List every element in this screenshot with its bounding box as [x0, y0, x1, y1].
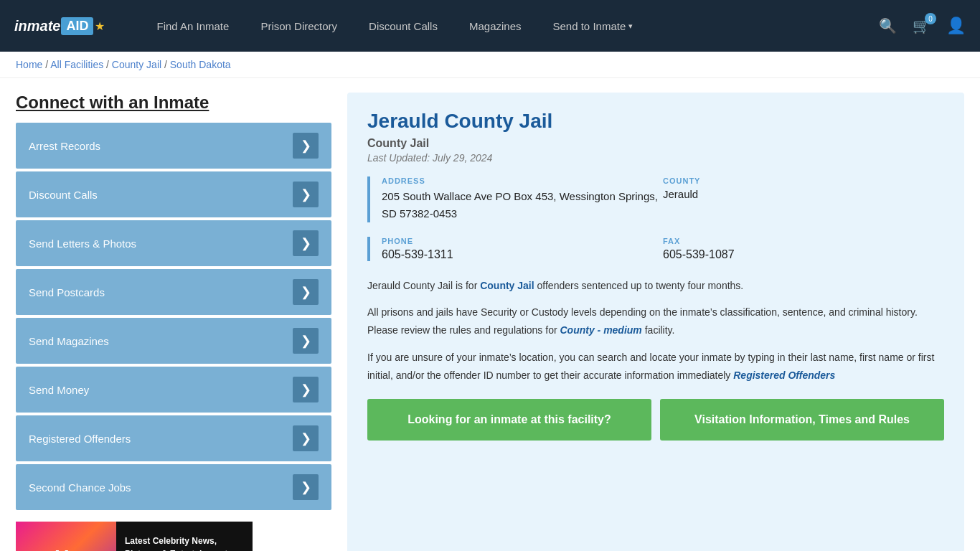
fax-label: FAX	[663, 237, 944, 245]
address-block: ADDRESS 205 South Wallace Ave PO Box 453…	[382, 176, 663, 222]
logo[interactable]: inmate AID ★	[14, 17, 105, 35]
sidebar: Connect with an Inmate Arrest Records ❯ …	[16, 93, 331, 551]
breadcrumb: Home / All Facilities / County Jail / So…	[0, 52, 980, 78]
sidebar-item-discount-calls[interactable]: Discount Calls ❯	[16, 171, 331, 217]
sidebar-label-send-magazines: Send Magazines	[29, 335, 109, 347]
registered-offenders-link[interactable]: Registered Offenders	[733, 369, 835, 381]
county-label: COUNTY	[663, 176, 944, 185]
arrow-icon-arrest: ❯	[293, 133, 319, 159]
nav-links: Find An Inmate Prison Directory Discount…	[141, 0, 879, 52]
description-block: Jerauld County Jail is for County Jail o…	[367, 277, 944, 385]
sidebar-item-send-magazines[interactable]: Send Magazines ❯	[16, 318, 331, 364]
connect-title: Connect with an Inmate	[16, 93, 331, 113]
facility-updated: Last Updated: July 29, 2024	[367, 152, 944, 164]
desc1-prefix: Jerauld County Jail is for	[367, 280, 480, 291]
arrow-icon-discount: ❯	[293, 182, 319, 207]
address-label: ADDRESS	[382, 176, 663, 185]
phone-block: PHONE 605-539-1311	[382, 237, 663, 261]
desc-paragraph-1: Jerauld County Jail is for County Jail o…	[367, 277, 944, 295]
navbar: inmate AID ★ Find An Inmate Prison Direc…	[0, 0, 980, 52]
visitation-info-btn[interactable]: Visitation Information, Times and Rules	[660, 399, 944, 441]
facility-type: County Jail	[367, 137, 944, 150]
find-inmate-btn[interactable]: Looking for an inmate at this facility?	[367, 399, 651, 441]
desc2-suffix: facility.	[642, 324, 675, 336]
logo-star: ★	[95, 19, 105, 33]
sidebar-item-send-money[interactable]: Send Money ❯	[16, 367, 331, 413]
sidebar-label-arrest-records: Arrest Records	[29, 140, 100, 152]
address-value: 205 South Wallace Ave PO Box 453, Wessin…	[382, 188, 663, 222]
content-area: Jerauld County Jail County Jail Last Upd…	[347, 93, 964, 551]
sidebar-label-send-money: Send Money	[29, 384, 89, 396]
sidebar-label-send-letters: Send Letters & Photos	[29, 237, 136, 250]
search-icon[interactable]: 🔍	[879, 17, 897, 34]
arrow-icon-jobs: ❯	[293, 474, 319, 500]
county-medium-link[interactable]: County - medium	[560, 324, 641, 336]
nav-discount-calls[interactable]: Discount Calls	[353, 0, 453, 52]
bottom-buttons: Looking for an inmate at this facility? …	[367, 399, 944, 441]
breadcrumb-county-jail[interactable]: County Jail	[112, 59, 161, 70]
nav-prison-directory[interactable]: Prison Directory	[245, 0, 353, 52]
breadcrumb-sep3: /	[164, 59, 170, 70]
sidebar-label-second-chance: Second Chance Jobs	[29, 481, 131, 494]
phone-value: 605-539-1311	[382, 248, 663, 261]
ad-banner: Us Latest Celebrity News, Pictures & Ent…	[16, 522, 253, 551]
sidebar-item-second-chance[interactable]: Second Chance Jobs ❯	[16, 464, 331, 510]
desc3-prefix: If you are unsure of your inmate’s locat…	[367, 352, 934, 381]
fax-block: FAX 605-539-1087	[663, 237, 944, 261]
logo-aid: AID	[61, 17, 93, 35]
sidebar-item-send-letters[interactable]: Send Letters & Photos ❯	[16, 220, 331, 266]
arrow-icon-magazines: ❯	[293, 328, 319, 354]
arrow-icon-money: ❯	[293, 377, 319, 402]
nav-magazines[interactable]: Magazines	[453, 0, 537, 52]
info-section-1: ADDRESS 205 South Wallace Ave PO Box 453…	[367, 176, 944, 222]
logo-inmate: inmate	[14, 18, 60, 34]
sidebar-label-send-postcards: Send Postcards	[29, 286, 105, 298]
county-value: Jerauld	[663, 188, 944, 200]
sidebar-item-registered-offenders[interactable]: Registered Offenders ❯	[16, 415, 331, 461]
desc-paragraph-2: All prisons and jails have Security or C…	[367, 303, 944, 339]
fax-value: 605-539-1087	[663, 248, 944, 261]
nav-send-to-inmate[interactable]: Send to Inmate▾	[537, 0, 649, 52]
facility-title: Jerauld County Jail	[367, 110, 944, 133]
ad-title: Latest Celebrity News, Pictures & Entert…	[125, 534, 244, 551]
breadcrumb-home[interactable]: Home	[16, 59, 42, 70]
arrow-icon-letters: ❯	[293, 230, 319, 256]
desc-paragraph-3: If you are unsure of your inmate’s locat…	[367, 349, 944, 385]
arrow-icon-postcards: ❯	[293, 279, 319, 305]
ad-text-block: Latest Celebrity News, Pictures & Entert…	[116, 529, 253, 551]
county-block: COUNTY Jerauld	[663, 176, 944, 222]
navbar-icons: 🔍 🛒 0 👤	[879, 17, 966, 35]
sidebar-label-discount-calls: Discount Calls	[29, 189, 98, 201]
sidebar-item-arrest-records[interactable]: Arrest Records ❯	[16, 123, 331, 169]
breadcrumb-all-facilities[interactable]: All Facilities	[50, 59, 103, 70]
cart-badge: 0	[925, 13, 936, 24]
county-jail-link[interactable]: County Jail	[480, 280, 534, 291]
nav-find-inmate[interactable]: Find An Inmate	[141, 0, 245, 52]
desc1-suffix: offenders sentenced up to twenty four mo…	[534, 280, 744, 291]
cart-icon[interactable]: 🛒 0	[913, 17, 930, 34]
info-section-2: PHONE 605-539-1311 FAX 605-539-1087	[367, 237, 944, 261]
phone-label: PHONE	[382, 237, 663, 245]
user-icon[interactable]: 👤	[946, 17, 966, 35]
sidebar-menu: Arrest Records ❯ Discount Calls ❯ Send L…	[16, 123, 331, 510]
sidebar-label-registered-offenders: Registered Offenders	[29, 433, 131, 445]
breadcrumb-sep2: /	[106, 59, 112, 70]
main-layout: Connect with an Inmate Arrest Records ❯ …	[0, 78, 980, 551]
breadcrumb-state[interactable]: South Dakota	[170, 59, 231, 70]
sidebar-item-send-postcards[interactable]: Send Postcards ❯	[16, 269, 331, 315]
arrow-icon-offenders: ❯	[293, 425, 319, 451]
ad-image: Us	[16, 522, 116, 551]
